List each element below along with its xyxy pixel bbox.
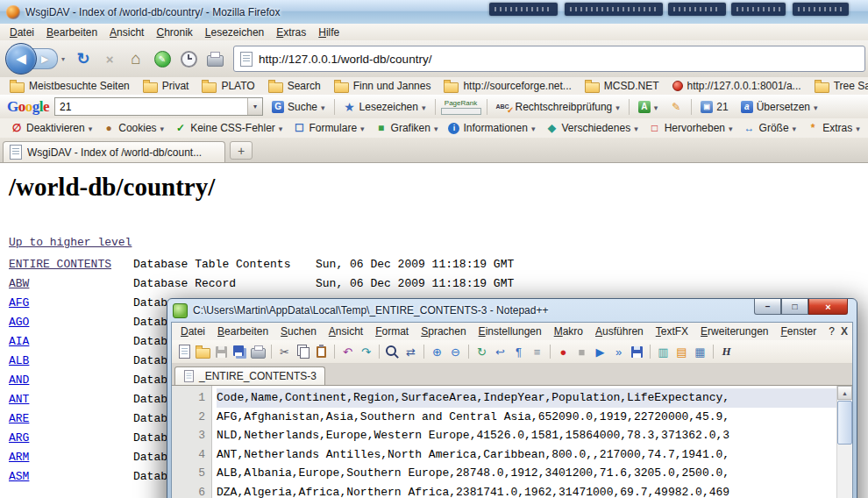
webdev-item-verschiedenes[interactable]: ◆Verschiedenes	[540, 120, 643, 136]
npp-zoom-out-icon[interactable]: ⊖	[447, 344, 464, 360]
menu-ansicht[interactable]: Ansicht	[103, 25, 150, 40]
file-link[interactable]: ALB	[9, 352, 133, 371]
npp-menu-makro[interactable]: Makro	[548, 324, 589, 339]
google-search-input[interactable]	[55, 100, 247, 114]
search-history-dropdown-icon[interactable]: ▾	[247, 98, 262, 115]
code-area[interactable]: Code,Name,Continent,Region,SurfaceArea,I…	[212, 386, 836, 498]
webdev-item-deaktivieren[interactable]: ∅Deaktivieren	[5, 120, 97, 136]
bookmark-item-privat[interactable]: Privat	[138, 79, 195, 94]
npp-menu-einstellungen[interactable]: Einstellungen	[473, 324, 548, 339]
back-button[interactable]: ◀	[5, 43, 37, 75]
npp-menu-datei[interactable]: Datei	[174, 324, 211, 339]
minimize-button[interactable]	[754, 299, 781, 315]
file-link[interactable]: AIA	[9, 332, 133, 352]
file-link[interactable]: ASM	[9, 467, 133, 487]
npp-indent-guides-icon[interactable]: ≡	[529, 344, 545, 360]
webdev-item-hervorheben[interactable]: □Hervorheben	[644, 120, 738, 136]
notepadpp-titlebar[interactable]: C:\Users\Martin\AppData\Local\Temp\_ENTI…	[171, 299, 853, 322]
bookmark-item-plato[interactable]: PLATO	[196, 79, 260, 94]
history-dropdown-icon[interactable]: ▾	[58, 55, 68, 63]
webdev-item-informationen[interactable]: iInformationen	[443, 120, 540, 136]
bookmark-item-search[interactable]: Search	[263, 79, 326, 94]
npp-save-file-icon[interactable]	[213, 344, 230, 360]
editor-area[interactable]: 123456 Code,Name,Continent,Region,Surfac…	[172, 386, 852, 498]
npp-show-all-characters-icon[interactable]: ¶	[510, 344, 527, 360]
home-button[interactable]: ⌂	[125, 47, 147, 70]
npp-new-file-icon[interactable]	[176, 344, 193, 360]
document-tab[interactable]: _ENTIRE_CONTENTS-3	[174, 366, 325, 385]
npp-print-icon[interactable]	[250, 344, 267, 360]
bookmark-item-http-sourceforge-net[interactable]: http://sourceforge.net...	[438, 79, 576, 94]
reload-button[interactable]: ↻	[72, 47, 95, 70]
npp-open-file-icon[interactable]	[195, 344, 211, 360]
npp-menu-sprachen[interactable]: Sprachen	[415, 324, 472, 339]
npp-function-list-icon[interactable]: ▤	[673, 344, 690, 360]
bookmark-item-tree-samples[interactable]: Tree Samples	[809, 79, 868, 94]
npp-menu-help[interactable]: ?	[822, 324, 841, 339]
npp-save-macro-icon[interactable]	[629, 344, 645, 360]
history-button[interactable]	[177, 47, 200, 70]
npp-copy-icon[interactable]	[295, 344, 311, 360]
file-link[interactable]: AFG	[9, 294, 133, 313]
up-to-higher-level-link[interactable]: Up to higher level	[9, 236, 132, 249]
npp-menu-erweiterungen[interactable]: Erweiterungen	[694, 324, 774, 339]
google-bookmarks-button[interactable]: ★ Lesezeichen	[340, 98, 430, 116]
scroll-up-icon[interactable]: ▲	[837, 386, 852, 400]
npp-paste-icon[interactable]	[313, 344, 330, 360]
file-link[interactable]: ARM	[9, 448, 133, 467]
npp-find-icon[interactable]	[384, 344, 401, 360]
close-document-icon[interactable]: X	[841, 325, 856, 338]
bookmark-item-http-127-0-0-1-8001-a[interactable]: http://127.0.0.1:8001/a...	[667, 79, 807, 93]
webdev-item-keine-css-fehler[interactable]: ✓Keine CSS-Fehler	[169, 120, 288, 136]
file-link[interactable]: ARE	[9, 409, 133, 429]
menu-extras[interactable]: Extras	[270, 25, 312, 40]
file-link[interactable]: ABW	[9, 274, 133, 294]
npp-cut-icon[interactable]: ✂	[276, 344, 293, 360]
npp-play-macro-icon[interactable]: ▶	[592, 344, 608, 360]
popup-blocker-button[interactable]: ▣ 21	[697, 99, 731, 115]
spellcheck-button[interactable]: ABC Rechtschreibprüfung	[493, 99, 623, 115]
file-link[interactable]: AGO	[9, 313, 133, 332]
file-link[interactable]: AND	[9, 371, 133, 390]
file-link[interactable]: ANT	[9, 390, 133, 409]
npp-redo-icon[interactable]: ↷	[358, 344, 374, 360]
webdev-item-grafiken[interactable]: ■Grafiken	[370, 120, 444, 136]
bookmark-item-mcsd-net[interactable]: MCSD.NET	[580, 79, 665, 94]
npp-menu-textfx[interactable]: TextFX	[650, 324, 694, 339]
webdev-item-gr-e[interactable]: ↔Größe	[738, 120, 802, 136]
npp-word-wrap-icon[interactable]: ↩	[492, 344, 509, 360]
print-button[interactable]	[203, 47, 226, 70]
webdev-item-formulare[interactable]: ☐Formulare	[288, 120, 369, 136]
file-link[interactable]: ENTIRE CONTENTS	[9, 255, 133, 274]
npp-refresh-icon[interactable]: ↻	[473, 344, 490, 360]
vertical-scrollbar[interactable]: ▲ ▼	[836, 386, 852, 498]
webdev-item-extras[interactable]: *Extras	[801, 120, 865, 136]
menu-lesezeichen[interactable]: Lesezeichen	[199, 25, 270, 40]
menu-chronik[interactable]: Chronik	[150, 25, 198, 40]
npp-menu-format[interactable]: Format	[369, 324, 415, 339]
npp-menu-suchen[interactable]: Suchen	[274, 324, 323, 339]
new-tab-button[interactable]: +	[230, 141, 253, 160]
translate-button[interactable]: a Übersetzen	[737, 99, 822, 115]
npp-menu-bearbeiten[interactable]: Bearbeiten	[211, 324, 274, 339]
autofill-button[interactable]: A	[635, 99, 662, 115]
npp-stop-macro-icon[interactable]: ■	[573, 344, 590, 360]
scrollbar-thumb[interactable]	[837, 401, 852, 445]
menu-datei[interactable]: Datei	[4, 25, 40, 40]
npp-zoom-in-icon[interactable]: ⊕	[429, 344, 445, 360]
maximize-button[interactable]	[781, 299, 808, 315]
npp-save-all-icon[interactable]	[231, 344, 248, 360]
highlighter-button[interactable]: ✎	[666, 99, 686, 115]
npp-menu-ansicht[interactable]: Ansicht	[323, 324, 369, 339]
location-bar[interactable]: http://127.0.0.1/world-db/country/	[233, 46, 865, 72]
pagerank-widget[interactable]: PageRank	[441, 99, 481, 115]
npp-run-macro-multiple-icon[interactable]: »	[610, 344, 627, 360]
google-search-button[interactable]: G Suche	[268, 99, 329, 115]
bookmark-item-meistbesuchte-seiten[interactable]: Meistbesuchte Seiten	[4, 79, 135, 94]
npp-menu-ausf-hren[interactable]: Ausführen	[589, 324, 650, 339]
npp-folder-workspace-icon[interactable]: ▦	[692, 344, 708, 360]
webdev-item-cookies[interactable]: ●Cookies	[97, 120, 169, 136]
close-button[interactable]	[808, 299, 848, 315]
npp-record-macro-icon[interactable]: ●	[555, 344, 572, 360]
npp-replace-icon[interactable]: ⇄	[402, 344, 419, 360]
